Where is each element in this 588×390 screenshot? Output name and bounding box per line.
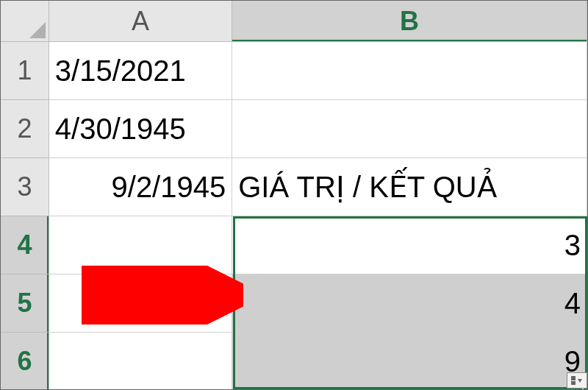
row-header-1-label: 1 — [17, 55, 32, 86]
cell-A3-value: 9/2/1945 — [112, 171, 226, 204]
svg-rect-2 — [571, 381, 576, 385]
spreadsheet-grid: A B 1 3/15/2021 2 4/30/1945 3 — [1, 1, 587, 389]
row-header-5-label: 5 — [17, 288, 32, 319]
row-header-4-label: 4 — [17, 230, 32, 260]
cell-B2[interactable] — [232, 100, 587, 158]
row-1: 1 3/15/2021 — [1, 42, 587, 100]
row-header-2-label: 2 — [17, 113, 32, 144]
cell-A3[interactable]: 9/2/1945 — [49, 158, 232, 216]
cell-A6[interactable] — [49, 333, 232, 390]
row-header-3-label: 3 — [17, 171, 32, 202]
row-3: 3 9/2/1945 GIÁ TRỊ / KẾT QUẢ — [1, 158, 587, 216]
row-header-5[interactable]: 5 — [1, 274, 49, 333]
row-header-2[interactable]: 2 — [1, 100, 49, 158]
autofill-options-button[interactable] — [567, 372, 587, 389]
column-header-row: A B — [1, 1, 587, 42]
cell-B5-value: 4 — [564, 287, 581, 320]
row-4: 4 3 — [1, 216, 587, 274]
row-6: 6 9 — [1, 333, 587, 390]
cell-B1[interactable] — [232, 42, 587, 100]
row-header-6[interactable]: 6 — [1, 333, 49, 390]
cell-A5[interactable] — [49, 274, 232, 333]
row-header-6-label: 6 — [17, 346, 32, 377]
svg-marker-3 — [578, 379, 582, 383]
cell-B6[interactable]: 9 — [232, 333, 587, 390]
row-header-4[interactable]: 4 — [1, 216, 49, 274]
row-5: 5 4 — [1, 274, 587, 333]
cell-A4[interactable] — [49, 216, 232, 274]
cell-B5[interactable]: 4 — [232, 274, 587, 333]
cell-B4[interactable]: 3 — [232, 216, 587, 274]
cell-A1-value: 3/15/2021 — [55, 54, 186, 88]
cell-A2-value: 4/30/1945 — [55, 113, 186, 146]
cell-B4-value: 3 — [564, 229, 581, 262]
cell-A2[interactable]: 4/30/1945 — [49, 100, 232, 158]
row-header-3[interactable]: 3 — [1, 158, 49, 216]
select-all-triangle-icon — [29, 22, 46, 38]
row-header-1[interactable]: 1 — [1, 42, 49, 100]
svg-marker-0 — [29, 22, 46, 38]
autofill-options-icon — [570, 375, 584, 386]
column-header-B[interactable]: B — [232, 1, 587, 42]
column-header-A-label: A — [132, 6, 149, 37]
cell-B3[interactable]: GIÁ TRỊ / KẾT QUẢ — [232, 158, 587, 216]
svg-rect-1 — [571, 376, 576, 380]
column-header-B-label: B — [400, 6, 419, 37]
cell-A1[interactable]: 3/15/2021 — [49, 42, 232, 100]
cell-B3-value: GIÁ TRỊ / KẾT QUẢ — [238, 170, 496, 204]
column-header-A[interactable]: A — [49, 1, 232, 42]
row-2: 2 4/30/1945 — [1, 100, 587, 158]
select-all-corner[interactable] — [1, 1, 49, 42]
